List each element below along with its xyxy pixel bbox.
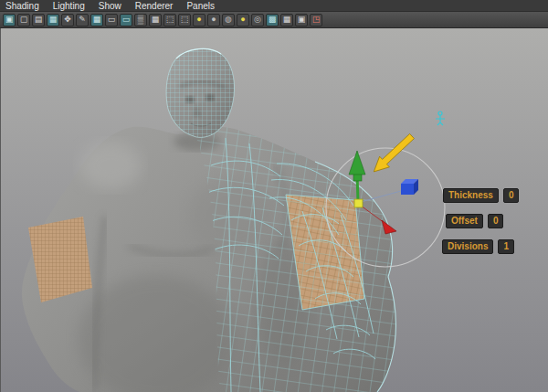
manip-axis-z-handle[interactable] bbox=[401, 179, 418, 195]
manip-center-handle[interactable] bbox=[354, 199, 363, 207]
menu-lighting[interactable]: Lighting bbox=[53, 0, 85, 12]
hud-thickness-label: Thickness bbox=[443, 188, 499, 203]
grid-icon[interactable]: ▦ bbox=[90, 14, 103, 26]
lock-camera-icon[interactable]: ▢ bbox=[17, 14, 30, 26]
default-material-icon[interactable]: ◎ bbox=[251, 14, 264, 26]
safe-title-icon[interactable]: ⬚ bbox=[178, 14, 191, 26]
bookmark-icon[interactable]: ▤ bbox=[32, 14, 45, 26]
frame-all-icon[interactable]: ● bbox=[193, 14, 206, 26]
hud-divisions-value[interactable]: 1 bbox=[498, 239, 514, 254]
grease-pencil-icon[interactable]: ✎ bbox=[76, 14, 89, 26]
hud-row-offset: Offset 0 bbox=[446, 214, 503, 228]
use-all-lights-icon[interactable]: ▦ bbox=[280, 14, 293, 26]
frame-selection-icon[interactable]: ● bbox=[207, 14, 220, 26]
film-gate-icon[interactable]: ▭ bbox=[105, 14, 118, 26]
xray-icon[interactable]: ◍ bbox=[222, 14, 235, 26]
field-chart-icon[interactable]: ▦ bbox=[149, 14, 162, 26]
wireframe-on-shaded-icon[interactable]: ● bbox=[237, 14, 249, 26]
menubar: ShadingLightingShowRendererPanels bbox=[0, 0, 548, 12]
menu-show[interactable]: Show bbox=[99, 0, 121, 12]
maya-viewport-panel: ShadingLightingShowRendererPanels ▣▢▤▦✥✎… bbox=[0, 0, 548, 392]
image-plane-icon[interactable]: ▦ bbox=[47, 14, 59, 26]
isolate-select-icon[interactable]: ◳ bbox=[310, 14, 322, 26]
viewport-canvas[interactable] bbox=[1, 28, 548, 392]
select-camera-icon[interactable]: ▣ bbox=[3, 14, 16, 26]
textured-icon[interactable]: ▩ bbox=[266, 14, 279, 26]
pan-zoom-icon[interactable]: ✥ bbox=[61, 14, 74, 26]
hud-offset-label: Offset bbox=[446, 214, 483, 228]
menu-renderer[interactable]: Renderer bbox=[135, 0, 174, 12]
hud-thickness-value[interactable]: 0 bbox=[503, 188, 520, 203]
menu-shading[interactable]: Shading bbox=[5, 0, 39, 12]
viewport-toolbar: ▣▢▤▦✥✎▦▭▭▒▦⬚⬚●●◍●◎▩▦▣◳ bbox=[0, 12, 548, 28]
menu-panels[interactable]: Panels bbox=[186, 0, 215, 12]
character-head[interactable] bbox=[166, 48, 234, 137]
viewport[interactable]: Thickness 0 Offset 0 Divisions 1 bbox=[0, 28, 548, 392]
hud-row-divisions: Divisions 1 bbox=[442, 239, 514, 254]
shadows-icon[interactable]: ▣ bbox=[295, 14, 308, 26]
hud-divisions-label: Divisions bbox=[442, 239, 493, 254]
hud-offset-value[interactable]: 0 bbox=[488, 214, 504, 228]
safe-action-icon[interactable]: ⬚ bbox=[163, 14, 176, 26]
resolution-gate-icon[interactable]: ▭ bbox=[120, 14, 132, 26]
hud-row-thickness: Thickness 0 bbox=[443, 188, 519, 203]
gate-mask-icon[interactable]: ▒ bbox=[134, 14, 147, 26]
